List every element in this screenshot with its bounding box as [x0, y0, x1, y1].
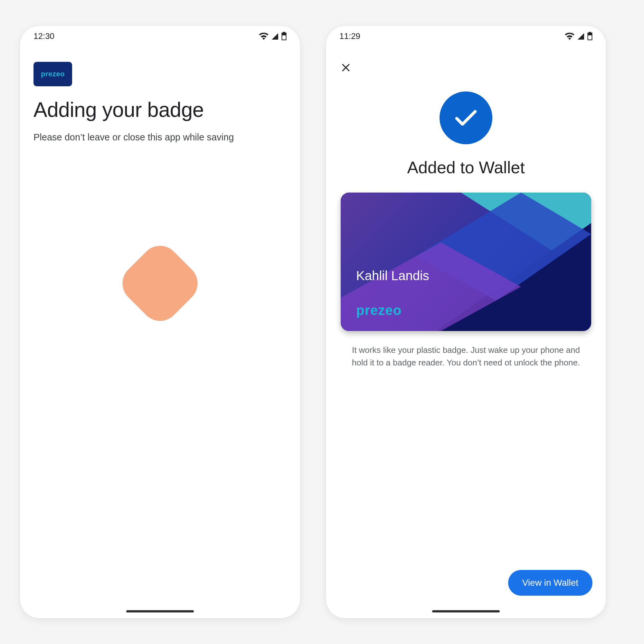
- diamond-spinner-icon: [115, 238, 206, 329]
- wifi-icon: [259, 33, 269, 40]
- top-bar: [326, 46, 606, 76]
- cellular-icon: [577, 33, 585, 40]
- status-icons: [259, 32, 287, 40]
- phone-screen-added: 11:29 Added to Wallet Kahlil Landis prez…: [326, 26, 606, 618]
- status-icons: [565, 32, 592, 40]
- close-icon: [340, 62, 351, 73]
- status-bar: 12:30: [20, 26, 300, 46]
- nav-pill[interactable]: [126, 610, 194, 612]
- page-title: Adding your badge: [33, 98, 287, 122]
- brand-badge-chip: prezeo: [33, 62, 72, 86]
- success-check-icon: [440, 91, 492, 144]
- loading-indicator: [128, 251, 192, 316]
- card-brand-label: prezeo: [356, 303, 402, 318]
- screen-body: prezeo Adding your badge Please don’t le…: [20, 46, 300, 144]
- cardholder-name: Kahlil Landis: [356, 269, 429, 283]
- screen-body: Added to Wallet Kahlil Landis prezeo It …: [326, 76, 606, 369]
- battery-icon: [587, 32, 592, 40]
- brand-badge-label: prezeo: [41, 70, 65, 78]
- status-time: 12:30: [33, 31, 54, 41]
- checkmark-icon: [452, 104, 480, 132]
- battery-icon: [281, 32, 287, 40]
- close-button[interactable]: [337, 59, 354, 76]
- nav-pill[interactable]: [432, 610, 500, 612]
- description-text: It works like your plastic badge. Just w…: [350, 344, 582, 369]
- view-in-wallet-button[interactable]: View in Wallet: [508, 570, 592, 596]
- page-subtitle: Please don’t leave or close this app whi…: [33, 131, 287, 144]
- status-bar: 11:29: [326, 26, 606, 46]
- status-time: 11:29: [339, 31, 360, 41]
- wallet-badge-card[interactable]: Kahlil Landis prezeo: [341, 193, 591, 331]
- phone-screen-adding: 12:30 prezeo Adding your badge Please do…: [20, 26, 300, 618]
- wifi-icon: [565, 33, 574, 40]
- cellular-icon: [271, 33, 279, 40]
- page-title: Added to Wallet: [407, 158, 525, 177]
